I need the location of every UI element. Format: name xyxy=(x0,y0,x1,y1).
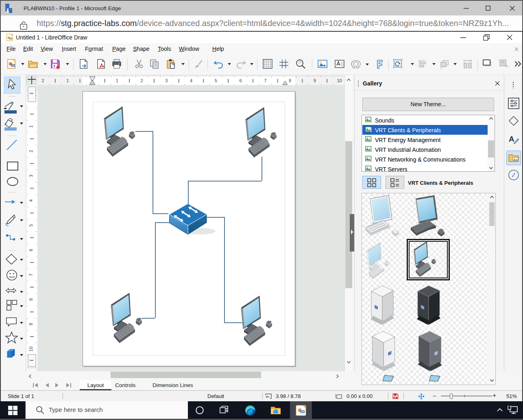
svg-text:5: 5 xyxy=(28,224,33,227)
svg-text:1: 1 xyxy=(116,78,118,83)
svg-text:6: 6 xyxy=(239,78,242,83)
svg-text:3: 3 xyxy=(165,78,168,83)
svg-text:1: 1 xyxy=(66,78,69,83)
svg-text:6: 6 xyxy=(28,249,33,251)
svg-text:9: 9 xyxy=(28,323,33,326)
svg-text:7: 7 xyxy=(28,273,33,276)
svg-text:8: 8 xyxy=(28,298,33,301)
svg-text:4: 4 xyxy=(190,78,192,83)
svg-text:5: 5 xyxy=(215,78,217,83)
svg-text:4: 4 xyxy=(28,199,33,202)
svg-text:2: 2 xyxy=(28,150,33,152)
svg-text:2: 2 xyxy=(140,78,143,83)
svg-text:A: A xyxy=(509,135,514,143)
svg-text:3: 3 xyxy=(28,175,33,177)
svg-text:2: 2 xyxy=(41,78,44,83)
svg-text:10: 10 xyxy=(337,78,342,83)
svg-text:1: 1 xyxy=(28,125,33,128)
svg-text:7: 7 xyxy=(264,78,266,83)
svg-text:8: 8 xyxy=(289,78,291,83)
svg-text:9: 9 xyxy=(314,78,316,83)
svg-text:10: 10 xyxy=(28,346,33,351)
